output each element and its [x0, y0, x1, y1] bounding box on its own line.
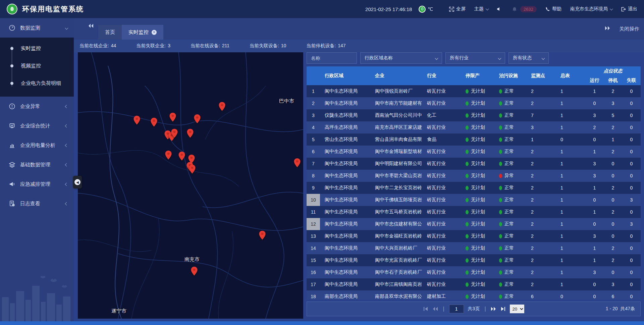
app-body: 数据监测实时监控视频监控企业电力负荷明细企业异常企业综合统计企业用电量分析基础数…	[0, 18, 644, 321]
sidebar-item-0[interactable]: 数据监测	[0, 18, 74, 38]
status-filter-select[interactable]: 所有状态	[508, 52, 549, 64]
table-row[interactable]: 16阆中生态环境局阆中市石子页岩机砖厂砖瓦行业无计划正常21300	[307, 266, 641, 278]
cell-total-meter: 1	[556, 254, 585, 266]
map-marker-icon[interactable]	[151, 118, 157, 127]
page-size-select[interactable]: 20	[510, 305, 524, 313]
theme-dropdown[interactable]: 主题	[474, 6, 488, 12]
help-button[interactable]: 帮助	[545, 6, 561, 12]
next-page-button[interactable]	[491, 307, 496, 311]
region-filter-select[interactable]: 行政区域名称	[360, 52, 442, 64]
map-marker-icon[interactable]	[219, 102, 225, 111]
tab-realtime-monitor[interactable]: 实时监控 ✕	[122, 25, 163, 40]
table-row[interactable]: 3仪陇生态环境局西南油气田分公司川中化工无计划正常71350	[307, 109, 641, 121]
map-marker-icon[interactable]	[294, 158, 301, 167]
chevron-down-icon	[610, 7, 613, 10]
map-marker-icon[interactable]	[191, 267, 198, 276]
table-row[interactable]: 5营山生态环境局营山县润丰肉食品有限食品无计划正常10010	[307, 133, 641, 146]
tabs-scroll-right-button[interactable]	[605, 26, 610, 32]
map-marker-icon[interactable]	[194, 114, 201, 123]
table-row[interactable]: 10阆中生态环境局阆中千佛镇五郎垭页岩砖瓦行业无计划正常21003	[307, 194, 641, 206]
stat-value: 10	[281, 43, 286, 48]
previous-page-button[interactable]	[432, 307, 438, 311]
cell-stopped: 0	[604, 266, 622, 278]
sidebar-item-5[interactable]: 应急减排管理	[0, 174, 74, 194]
sidebar-subitem[interactable]: 视频监控	[0, 57, 74, 74]
main-area: 巴中市南充市遂宁市 ◀ 行政区域名称 所有行业	[74, 52, 644, 321]
tab-label: 实时监控	[128, 29, 149, 36]
cell-stopped: 2	[604, 206, 622, 218]
close-operations-button[interactable]: 关闭操作	[619, 26, 639, 32]
table-row[interactable]: 15阆中生态环境局阆中市光富页岩机砖厂砖瓦行业无计划正常21120	[307, 254, 641, 266]
cell-industry: 砖瓦行业	[422, 170, 461, 182]
map-marker-icon[interactable]	[169, 113, 176, 122]
panel-collapse-button[interactable]: ◀	[73, 176, 82, 188]
sidebar-subitem[interactable]: 企业电力负荷明细	[0, 74, 74, 92]
map-marker-icon[interactable]	[165, 151, 172, 160]
tab-home[interactable]: 首页	[98, 25, 122, 40]
status-dot-icon	[499, 210, 502, 214]
map-marker-icon[interactable]	[189, 165, 196, 174]
map-marker-icon[interactable]	[187, 129, 194, 138]
facility-status-label: 正常	[504, 257, 514, 263]
status-dot-icon	[466, 138, 469, 142]
sidebar-item-4[interactable]: 基础数据管理	[0, 155, 74, 174]
status-dot-icon	[499, 270, 502, 275]
status-dot-icon	[466, 113, 469, 118]
cell-total-meter: 1	[556, 278, 585, 290]
map-panel[interactable]: 巴中市南充市遂宁市 ◀	[78, 52, 303, 319]
sidebar-item-2[interactable]: 企业综合统计	[0, 116, 74, 136]
last-page-button[interactable]	[500, 307, 506, 311]
table-row[interactable]: 4高坪生态环境局南充市高坪区王家店建砖瓦行业无计划正常31220	[307, 121, 641, 133]
name-filter[interactable]	[307, 52, 357, 64]
cell-total-meter: 1	[556, 218, 585, 230]
cell-company: 南充市高坪区王家店建	[370, 121, 422, 133]
table-row[interactable]: 17阆中生态环境局阆中市江南镇阆南页岩砖瓦行业无计划正常21030	[307, 278, 641, 290]
table-row[interactable]: 2阆中生态环境局阆中市南方节能建材有砖瓦行业无计划正常21030	[307, 97, 641, 109]
tab-label: 首页	[105, 29, 115, 36]
table-row[interactable]: 8阆中生态环境局阆中市枣碧大梁山页岩砖瓦行业无计划异常21300	[307, 170, 641, 182]
table-row[interactable]: 13阆中生态环境局阆中市金福旺页岩机砖砖瓦行业无计划正常21300	[307, 230, 641, 242]
table-row[interactable]: 12阆中生态环境局阆中市忠信建材有限公砖瓦行业无计划正常21003	[307, 218, 641, 230]
map-marker-icon[interactable]	[178, 152, 185, 161]
sidebar-subitem[interactable]: 实时监控	[0, 40, 74, 57]
cell-pollution-facility: 正常	[494, 146, 526, 158]
table-row[interactable]: 18南部生态环境局南部县双华水泥有限公建材加工无计划正常60060	[307, 290, 641, 300]
double-chevron-left-icon	[88, 23, 94, 28]
name-filter-input[interactable]	[311, 55, 353, 61]
map-marker-icon[interactable]	[171, 129, 178, 138]
table-row[interactable]: 9阆中生态环境局阆中市二龙长宝页岩砖砖瓦行业无计划正常21120	[307, 182, 641, 194]
tab-close-icon[interactable]: ✕	[152, 30, 157, 35]
table-row[interactable]: 14阆中生态环境局阆中大兴页岩机砖厂砖瓦行业无计划正常21120	[307, 242, 641, 254]
first-page-button[interactable]	[423, 307, 428, 311]
notifications[interactable]: 2632	[512, 6, 537, 12]
org-dropdown[interactable]: 南充市生态环境局	[570, 6, 612, 12]
map-marker-icon[interactable]	[133, 116, 140, 125]
table-row[interactable]: 11阆中生态环境局阆中市五马桥页岩机砖砖瓦行业无计划正常21120	[307, 206, 641, 218]
map-marker-icon[interactable]	[259, 231, 266, 240]
stop-limit-label: 无计划	[471, 124, 485, 130]
table-row[interactable]: 6阆中生态环境局阆中市金博瑞新型墙材砖瓦行业无计划正常21120	[307, 146, 641, 158]
status-dot-icon	[466, 294, 469, 299]
cell-stop-limit: 无计划	[461, 133, 494, 146]
sidebar-item-1[interactable]: 企业异常	[0, 97, 74, 116]
sidebar-item-6[interactable]: 日志查看	[0, 194, 74, 213]
table-row[interactable]: 1阆中生态环境局阆中强锐页岩砖厂砖瓦行业无计划正常21120	[307, 85, 641, 97]
cell-total-meter: 1	[556, 109, 585, 121]
chevron-left-icon	[65, 144, 68, 147]
cell-stopped: 2	[604, 85, 622, 97]
facility-status-label: 正常	[504, 269, 514, 275]
cell-stop-limit: 无计划	[461, 230, 494, 242]
cell-total-meter: 1	[556, 182, 585, 194]
fullscreen-button[interactable]: 全屏	[449, 6, 466, 12]
cell-monitor-points: 6	[526, 290, 556, 300]
column-header-stopped: 停机	[604, 77, 622, 84]
mute-button[interactable]	[497, 7, 503, 11]
logout-button[interactable]: 退出	[621, 6, 637, 12]
row-number: 15	[307, 254, 320, 266]
industry-filter-select[interactable]: 所有行业	[445, 52, 505, 64]
cell-running: 0	[585, 97, 604, 109]
table-row[interactable]: 7阆中生态环境局阆中明阳建材有限公司砖瓦行业无计划正常21300	[307, 158, 641, 170]
tabs-scroll-left-button[interactable]	[88, 23, 94, 30]
sidebar-item-3[interactable]: 企业用电量分析	[0, 136, 74, 155]
page-number-input[interactable]	[449, 305, 464, 313]
